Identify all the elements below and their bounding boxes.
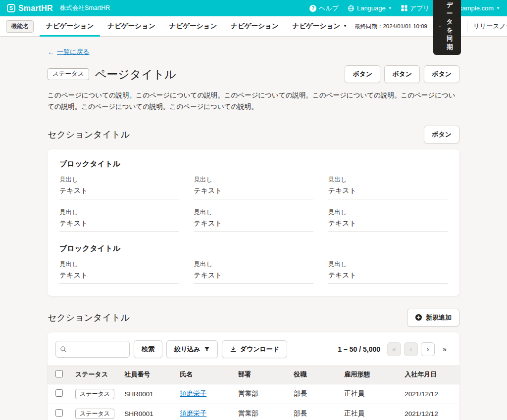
nav-item-label: ナビゲーション <box>293 22 340 31</box>
row-status-badge: ステータス <box>75 409 114 419</box>
pagination-last-button[interactable] <box>438 342 452 356</box>
column-header-name: 氏名 <box>175 365 233 384</box>
chevron-down-icon <box>343 24 347 28</box>
definition-label: 見出し <box>59 260 179 269</box>
table-toolbar: 検索 絞り込み ダウンロード <box>55 340 452 358</box>
column-header-position: 役職 <box>289 365 339 384</box>
nav-item-2[interactable]: ナビゲーション <box>101 16 161 37</box>
cell-position: 部長 <box>289 404 339 420</box>
company-name: 株式会社SmartHR <box>60 4 110 12</box>
definition-label: 見出し <box>59 176 179 184</box>
plus-circle-icon <box>415 314 422 321</box>
smarthr-logo-icon <box>7 4 15 12</box>
smarthr-logo[interactable]: SmartHR <box>7 4 53 13</box>
nav-item-3[interactable]: ナビゲーション <box>163 16 223 37</box>
app-nav: 機能名 ナビゲーション ナビゲーション ナビゲーション ナビゲーション ナビゲー… <box>0 16 507 37</box>
table-header-row: ステータス 社員番号 氏名 部署 役職 雇用形態 入社年月日 <box>48 365 459 384</box>
page-actions: ボタン ボタン ボタン <box>345 65 459 83</box>
release-notes-menu[interactable]: リリースノート <box>473 22 507 31</box>
cell-joined-date: 2021/12/12 <box>400 404 459 420</box>
sync-icon <box>439 23 441 30</box>
definition-value: テキスト <box>59 187 179 199</box>
definition-item: 見出し テキスト <box>59 176 179 199</box>
definition-label: 見出し <box>328 208 448 217</box>
cell-employment-type: 正社員 <box>339 404 400 420</box>
nav-item-5-dropdown[interactable]: ナビゲーション <box>286 16 354 37</box>
search-icon <box>60 346 67 353</box>
list-section-header: セクションタイトル 新規追加 <box>48 309 459 327</box>
definition-item: 見出し テキスト <box>328 176 448 199</box>
page-description: このページについての説明。このページについての説明。このページについての説明。こ… <box>48 90 459 113</box>
select-all-checkbox[interactable] <box>55 370 63 377</box>
row-checkbox[interactable] <box>55 409 63 417</box>
search-button[interactable]: 検索 <box>134 340 162 358</box>
definition-item: 見出し テキスト <box>194 208 313 232</box>
definition-value: テキスト <box>59 219 179 232</box>
back-to-list-link[interactable]: 一覧に戻る <box>48 47 90 56</box>
help-link[interactable]: ヘルプ <box>309 4 339 13</box>
definition-value: テキスト <box>194 219 313 232</box>
pagination-next-button[interactable] <box>421 342 435 356</box>
page-title: ページタイトル <box>95 67 176 82</box>
filter-button[interactable]: 絞り込み <box>166 340 218 358</box>
page-action-button-3[interactable]: ボタン <box>424 65 459 83</box>
nav-item-label: ナビゲーション <box>107 22 155 31</box>
definition-value: テキスト <box>328 271 448 284</box>
cell-position: 部長 <box>289 384 339 404</box>
page-title-row: ステータス ページタイトル ボタン ボタン ボタン <box>48 65 459 83</box>
help-label: ヘルプ <box>319 4 339 13</box>
definition-label: 見出し <box>328 176 448 184</box>
back-arrow-icon <box>48 48 54 56</box>
definition-item: 見出し テキスト <box>328 260 448 284</box>
employee-table: ステータス 社員番号 氏名 部署 役職 雇用形態 入社年月日 ステータス SHR… <box>48 365 459 420</box>
page-action-button-2[interactable]: ボタン <box>384 65 420 83</box>
column-header-status: ステータス <box>70 365 119 384</box>
row-checkbox[interactable] <box>55 389 63 397</box>
pagination-range: 1 – 50 / 5,000 <box>338 345 380 353</box>
back-link-label: 一覧に戻る <box>57 47 90 56</box>
status-badge: ステータス <box>48 68 89 80</box>
nav-item-label: ナビゲーション <box>46 22 94 31</box>
nav-item-4[interactable]: ナビゲーション <box>224 16 285 37</box>
table-row: ステータス SHR0001 須磨栄子 営業部 部長 正社員 2021/12/12 <box>48 404 459 420</box>
sync-data-button[interactable]: データを同期 <box>433 0 461 55</box>
filter-funnel-icon <box>204 346 210 352</box>
globe-icon <box>348 5 355 12</box>
nav-right: 最終同期：2024/01/01 10:09 データを同期 リリースノート <box>355 0 507 55</box>
definition-item: 見出し テキスト <box>194 260 313 284</box>
employee-name-link[interactable]: 須磨栄子 <box>180 390 206 397</box>
help-icon <box>309 5 316 12</box>
definition-label: 見出し <box>194 260 313 269</box>
cell-joined-date: 2021/12/12 <box>400 384 459 404</box>
add-new-button[interactable]: 新規追加 <box>407 309 459 327</box>
download-icon <box>230 346 237 353</box>
main-content: 一覧に戻る ステータス ページタイトル ボタン ボタン ボタン このページについ… <box>0 37 507 420</box>
definition-value: テキスト <box>328 187 448 199</box>
definition-value: テキスト <box>194 271 313 284</box>
pagination: 1 – 50 / 5,000 <box>338 342 452 356</box>
section-title: セクションタイトル <box>48 312 130 324</box>
definition-label: 見出し <box>194 208 313 217</box>
nav-item-1[interactable]: ナビゲーション <box>40 16 100 37</box>
table-row: ステータス SHR0001 須磨栄子 営業部 部長 正社員 2021/12/12 <box>48 384 459 404</box>
column-header-employment-type: 雇用形態 <box>339 365 400 384</box>
sync-button-label: データを同期 <box>444 1 456 51</box>
cell-employment-type: 正社員 <box>339 384 400 404</box>
definition-label: 見出し <box>59 208 179 217</box>
block-title: ブロックタイトル <box>59 159 448 169</box>
overview-section-header: セクションタイトル ボタン <box>48 126 459 143</box>
definition-item: 見出し テキスト <box>328 208 448 232</box>
page-action-button-1[interactable]: ボタン <box>345 65 380 83</box>
release-notes-label: リリースノート <box>473 22 507 31</box>
info-block-1: ブロックタイトル 見出し テキスト 見出し テキスト 見出し テキスト <box>59 159 448 232</box>
section-action-button[interactable]: ボタン <box>424 126 459 143</box>
definition-value: テキスト <box>194 187 313 199</box>
employee-name-link[interactable]: 須磨栄子 <box>180 410 206 417</box>
section-title: セクションタイトル <box>48 129 130 140</box>
cell-department: 営業部 <box>233 384 289 404</box>
definition-value: テキスト <box>59 271 179 284</box>
download-button[interactable]: ダウンロード <box>222 340 288 358</box>
block-title: ブロックタイトル <box>59 244 448 253</box>
add-new-label: 新規追加 <box>426 313 452 322</box>
pagination-first-button <box>387 342 401 356</box>
